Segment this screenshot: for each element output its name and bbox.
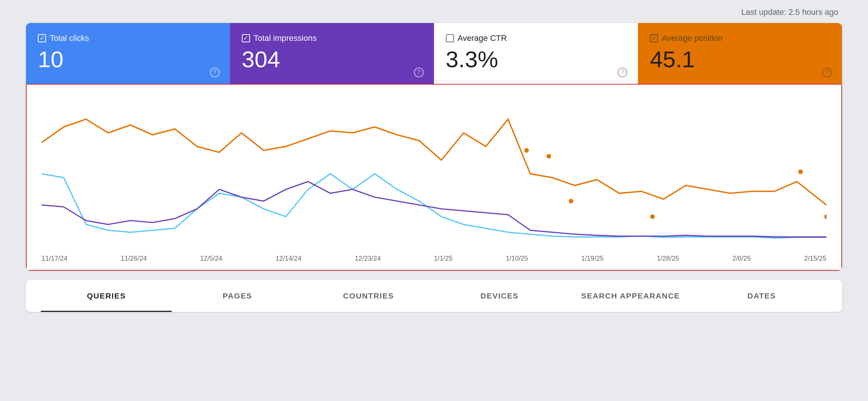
x-label-10: 2/15/25: [804, 255, 826, 263]
x-axis-labels: 11/17/24 11/26/24 12/5/24 12/14/24 12/23…: [42, 252, 826, 263]
checkbox-clicks[interactable]: ✓: [38, 34, 46, 42]
x-label-8: 1/28/25: [657, 255, 679, 263]
metric-value-ctr: 3.3%: [446, 47, 626, 72]
main-container: Last update: 2.5 hours ago ✓ Total click…: [26, 0, 842, 312]
checkmark-impressions: ✓: [243, 35, 248, 41]
chart-svg: [42, 96, 826, 252]
metric-header-ctr: ✓ Average CTR: [446, 33, 626, 43]
x-label-5: 1/1/25: [434, 255, 453, 263]
x-label-3: 12/14/24: [276, 255, 302, 263]
tab-search-appearance[interactable]: SEARCH APPEARANCE: [565, 280, 696, 312]
orange-dot-4: [650, 214, 655, 219]
orange-dot-5: [798, 170, 803, 175]
metric-header-clicks: ✓ Total clicks: [38, 33, 218, 43]
blue-line: [42, 174, 826, 238]
metric-label-ctr: Average CTR: [458, 33, 507, 43]
chart-wrapper: [42, 96, 826, 252]
chart-section: 11/17/24 11/26/24 12/5/24 12/14/24 12/23…: [26, 84, 842, 271]
help-icon-ctr[interactable]: ?: [618, 68, 627, 77]
metric-value-clicks: 10: [38, 47, 218, 72]
metric-label-clicks: Total clicks: [50, 33, 89, 43]
metric-tile-ctr[interactable]: ✓ Average CTR 3.3% ?: [434, 23, 638, 84]
checkmark-clicks: ✓: [40, 35, 45, 41]
tab-pages[interactable]: PAGES: [172, 280, 303, 312]
checkmark-position: ✓: [652, 35, 657, 41]
checkbox-ctr[interactable]: ✓: [446, 34, 454, 42]
tab-dates[interactable]: DATES: [696, 280, 827, 312]
main-card: ✓ Total clicks 10 ? ✓ Total impressions …: [26, 23, 842, 271]
metrics-row: ✓ Total clicks 10 ? ✓ Total impressions …: [26, 23, 842, 84]
metric-header-impressions: ✓ Total impressions: [242, 33, 422, 43]
checkbox-position[interactable]: ✓: [650, 34, 658, 42]
metric-tile-impressions[interactable]: ✓ Total impressions 304 ?: [230, 23, 434, 84]
x-label-7: 1/19/25: [581, 255, 604, 263]
tab-devices[interactable]: DEVICES: [434, 280, 565, 312]
tab-queries[interactable]: QUERIES: [41, 280, 172, 312]
x-label-0: 11/17/24: [42, 255, 68, 263]
metric-value-position: 45.1: [650, 47, 830, 72]
x-label-9: 2/6/25: [732, 255, 751, 263]
x-label-4: 12/23/24: [355, 255, 381, 263]
last-update-text: Last update: 2.5 hours ago: [26, 7, 842, 17]
checkbox-impressions[interactable]: ✓: [242, 34, 250, 42]
help-icon-impressions[interactable]: ?: [414, 68, 424, 77]
tab-countries[interactable]: COUNTRIES: [303, 280, 434, 312]
metric-tile-position[interactable]: ✓ Average position 45.1 ?: [638, 23, 842, 84]
orange-dot-2: [546, 154, 551, 159]
help-icon-clicks[interactable]: ?: [210, 68, 220, 77]
metric-header-position: ✓ Average position: [650, 33, 830, 43]
x-label-2: 12/5/24: [200, 255, 222, 263]
bottom-tabs-card: QUERIES PAGES COUNTRIES DEVICES SEARCH A…: [26, 280, 842, 312]
orange-dot-3: [569, 199, 573, 203]
metric-tile-clicks[interactable]: ✓ Total clicks 10 ?: [26, 23, 230, 84]
orange-dot-1: [525, 148, 529, 153]
x-label-6: 1/10/25: [506, 255, 528, 263]
tabs-row: QUERIES PAGES COUNTRIES DEVICES SEARCH A…: [26, 280, 842, 312]
orange-line: [42, 119, 826, 205]
metric-label-position: Average position: [662, 33, 723, 43]
x-label-1: 11/26/24: [121, 255, 147, 263]
metric-label-impressions: Total impressions: [254, 33, 317, 43]
help-icon-position[interactable]: ?: [822, 68, 832, 77]
orange-dot-6: [824, 214, 826, 219]
metric-value-impressions: 304: [242, 47, 422, 72]
